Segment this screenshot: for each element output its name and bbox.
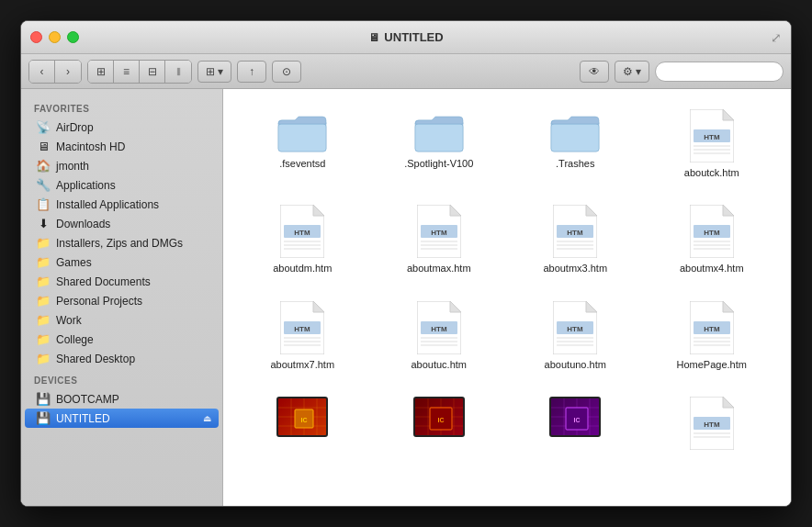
svg-marker-63	[723, 301, 734, 312]
svg-text:HTM: HTM	[295, 229, 311, 237]
file-item-trashes[interactable]: .Trashes	[511, 104, 640, 185]
fseventsd-name: .fseventsd	[279, 157, 325, 170]
shared-docs-label: Shared Documents	[56, 275, 211, 288]
eject-icon[interactable]: ⏏	[203, 413, 211, 423]
sidebar-item-work[interactable]: 📁 Work	[25, 310, 219, 330]
view-dropdown-arrow: ▾	[218, 65, 223, 78]
sidebar-item-applications[interactable]: 🔧 Applications	[25, 175, 219, 195]
games-label: Games	[56, 256, 211, 269]
sidebar-item-personal-projects[interactable]: 📁 Personal Projects	[25, 291, 219, 310]
sidebar-item-college[interactable]: 📁 College	[25, 330, 219, 349]
svg-marker-56	[586, 301, 597, 312]
sidebar-item-airdrop[interactable]: 📡 AirDrop	[25, 118, 219, 137]
svg-marker-49	[450, 301, 461, 312]
applications-label: Applications	[56, 179, 211, 192]
share-button[interactable]: ↑	[237, 61, 266, 83]
action-arrow: ▾	[636, 65, 641, 78]
cover-flow-button[interactable]: ⦀	[165, 61, 191, 83]
icon-view-button[interactable]: ⊞	[88, 61, 114, 83]
gear-icon: ⚙	[623, 65, 633, 78]
burn-button[interactable]: ⊙	[272, 61, 301, 83]
file-item-aboutck[interactable]: HTM aboutck.htm	[648, 104, 777, 185]
title-text: UNTITLED	[384, 30, 443, 44]
sidebar-item-installed-apps[interactable]: 📋 Installed Applications	[25, 195, 219, 214]
back-button[interactable]: ‹	[29, 61, 55, 83]
svg-text:IC: IC	[574, 417, 581, 423]
bootcamp-icon: 💾	[36, 392, 51, 406]
close-button[interactable]	[30, 31, 42, 43]
svg-text:HTM: HTM	[295, 325, 311, 333]
aboutdm-name: aboutdm.htm	[273, 262, 332, 275]
downloads-icon: ⬇	[36, 217, 51, 230]
sidebar-item-macintosh-hd[interactable]: 🖥 Macintosh HD	[25, 137, 219, 156]
trashes-name: .Trashes	[556, 157, 594, 170]
svg-text:HTM: HTM	[704, 325, 720, 333]
installers-icon: 📁	[36, 236, 51, 250]
work-icon: 📁	[36, 313, 51, 327]
htm-icon-aboutdm: HTM	[280, 205, 324, 258]
jmonth-label: jmonth	[56, 160, 211, 173]
file-item-aboutmx7[interactable]: HTM aboutmx7.htm	[238, 296, 367, 376]
view-dropdown-button[interactable]: ⊞ ▾	[197, 61, 231, 83]
svg-marker-28	[586, 205, 597, 216]
file-item-spotlight[interactable]: .Spotlight-V100	[375, 104, 504, 185]
airdrop-label: AirDrop	[56, 121, 211, 134]
htm-icon-aboutmax: HTM	[417, 205, 461, 258]
file-item-circuit3[interactable]: IC	[511, 391, 640, 459]
view-buttons: ⊞ ≡ ⊟ ⦀	[87, 60, 192, 84]
svg-rect-5	[551, 124, 599, 151]
favorites-header: FAVORITES	[21, 96, 222, 118]
svg-rect-3	[415, 124, 463, 151]
resize-icon[interactable]: ⤢	[771, 30, 782, 45]
search-input[interactable]	[655, 62, 784, 82]
svg-text:HTM: HTM	[704, 133, 720, 141]
htm-icon-aboutmx4: HTM	[690, 205, 734, 258]
file-item-aboutmax[interactable]: HTM aboutmax.htm	[375, 199, 504, 280]
forward-button[interactable]: ›	[55, 61, 81, 83]
htm-icon-aboutck: HTM	[690, 109, 734, 163]
file-item-aboutdm[interactable]: HTM aboutdm.htm	[238, 199, 367, 280]
minimize-button[interactable]	[49, 31, 61, 43]
maximize-button[interactable]	[67, 31, 79, 43]
column-view-button[interactable]: ⊟	[140, 61, 165, 83]
file-item-htm-partial[interactable]: HTM	[648, 391, 777, 459]
circuit-icon-2: IC	[413, 397, 465, 437]
svg-marker-7	[723, 109, 734, 120]
svg-marker-35	[723, 205, 734, 216]
file-item-fseventsd[interactable]: .fseventsd	[238, 104, 367, 185]
sidebar-item-downloads[interactable]: ⬇ Downloads	[25, 214, 219, 233]
file-item-aboutuc[interactable]: HTM aboutuc.htm	[375, 296, 504, 376]
sidebar-item-shared-desktop[interactable]: 📁 Shared Desktop	[25, 349, 219, 368]
applications-icon: 🔧	[36, 178, 51, 192]
htm-icon-aboutuc: HTM	[417, 301, 461, 354]
sidebar-item-untitled[interactable]: 💾 UNTITLED ⏏	[25, 409, 219, 428]
file-item-circuit2[interactable]: IC	[375, 391, 504, 459]
sidebar-item-games[interactable]: 📁 Games	[25, 252, 219, 272]
file-item-homepage[interactable]: HTM HomePage.htm	[648, 296, 777, 376]
shared-desktop-icon: 📁	[36, 352, 51, 365]
installed-apps-icon: 📋	[36, 197, 51, 211]
sidebar-item-jmonth[interactable]: 🏠 jmonth	[25, 156, 219, 175]
htm-icon-aboutmx7: HTM	[280, 301, 324, 354]
folder-icon-spotlight	[413, 109, 465, 153]
untitled-icon: 💾	[36, 411, 51, 425]
nav-buttons: ‹ ›	[28, 60, 82, 84]
file-item-aboutmx4[interactable]: HTM aboutmx4.htm	[648, 199, 777, 280]
titlebar: 🖥 UNTITLED ⤢	[21, 21, 791, 54]
installed-apps-label: Installed Applications	[56, 198, 211, 211]
file-item-aboutmx3[interactable]: HTM aboutmx3.htm	[511, 199, 640, 280]
action-button[interactable]: ⚙ ▾	[615, 61, 649, 83]
list-view-button[interactable]: ≡	[114, 61, 140, 83]
sidebar-item-bootcamp[interactable]: 💾 BOOTCAMP	[25, 389, 219, 409]
main-area: FAVORITES 📡 AirDrop 🖥 Macintosh HD 🏠 jmo…	[21, 89, 791, 506]
window-buttons	[30, 31, 79, 43]
personal-projects-label: Personal Projects	[56, 295, 211, 308]
file-item-aboutuno[interactable]: HTM aboutuno.htm	[511, 296, 640, 376]
title-file-icon: 🖥	[368, 31, 379, 44]
file-item-circuit1[interactable]: IC	[238, 391, 367, 459]
sidebar-item-installers[interactable]: 📁 Installers, Zips and DMGs	[25, 233, 219, 252]
file-grid: .fseventsd .Spotlight-V100	[238, 104, 776, 459]
spotlight-name: .Spotlight-V100	[404, 157, 473, 170]
quick-look-button[interactable]: 👁	[580, 61, 609, 83]
sidebar-item-shared-docs[interactable]: 📁 Shared Documents	[25, 272, 219, 291]
